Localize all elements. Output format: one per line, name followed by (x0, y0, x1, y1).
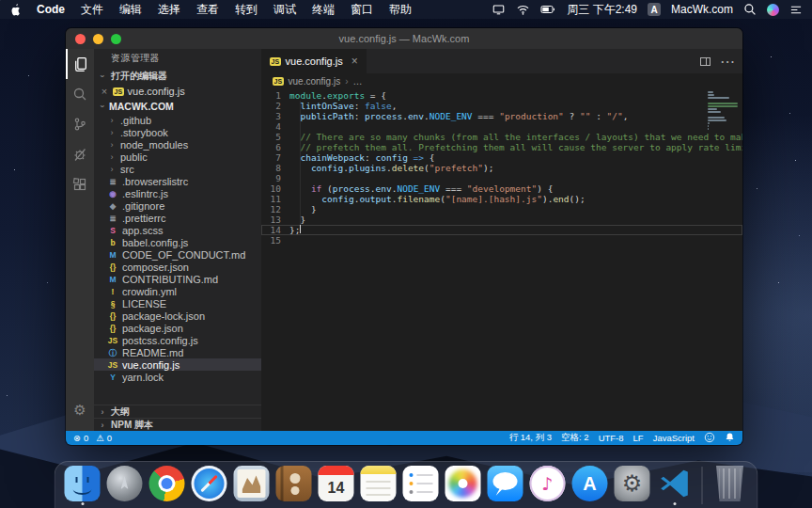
status-item[interactable]: LF (633, 433, 644, 443)
dock-launchpad-icon[interactable] (107, 466, 143, 501)
menu-item-1[interactable]: 文件 (81, 2, 103, 18)
menu-clock[interactable]: 周三 下午2:49 (567, 2, 637, 18)
menu-item-2[interactable]: 编辑 (119, 2, 142, 18)
workspace-root-header[interactable]: › MACWK.COM (94, 99, 261, 114)
open-editors-header[interactable]: › 打开的编辑器 (94, 68, 261, 84)
minimap[interactable] (708, 91, 740, 134)
minimize-window-button[interactable] (93, 34, 103, 44)
file-row-babel.config.js[interactable]: bbabel.config.js (94, 236, 261, 248)
file-row-.prettierrc[interactable]: ≣.prettierrc (94, 212, 261, 224)
search-icon[interactable] (66, 79, 94, 109)
zoom-window-button[interactable] (111, 34, 121, 44)
chevron-right-icon: › (98, 407, 107, 417)
wifi-icon[interactable] (516, 4, 530, 16)
spotlight-search-icon[interactable] (743, 3, 757, 16)
extensions-icon[interactable] (66, 169, 94, 199)
menu-item-8[interactable]: 窗口 (351, 2, 373, 18)
status-item[interactable]: UTF-8 (599, 433, 624, 443)
menu-item-7[interactable]: 终端 (312, 2, 335, 18)
apple-menu-icon[interactable] (9, 3, 22, 17)
menu-item-9[interactable]: 帮助 (389, 2, 412, 18)
explorer-icon[interactable] (66, 49, 94, 79)
input-method-icon[interactable]: A (648, 3, 661, 16)
file-row-LICENSE[interactable]: §LICENSE (94, 297, 261, 310)
open-editor-item[interactable]: × JS vue.config.js (94, 84, 261, 99)
dock-chrome-icon[interactable] (149, 466, 185, 501)
file-type-icon: M (107, 274, 118, 285)
menu-item-3[interactable]: 选择 (158, 2, 180, 18)
folder-row-.storybook[interactable]: ›.storybook (94, 126, 261, 138)
close-window-button[interactable] (75, 34, 86, 44)
status-item[interactable]: 空格: 2 (561, 432, 589, 444)
feedback-smiley-icon[interactable] (704, 432, 715, 445)
dock: 14 (55, 461, 758, 508)
outline-section-header[interactable]: › 大纲 (94, 405, 261, 418)
file-row-app.scss[interactable]: Sapp.scss (94, 224, 261, 236)
source-control-icon[interactable] (66, 109, 94, 139)
debug-icon[interactable] (66, 139, 94, 169)
dock-notes-icon[interactable] (361, 466, 397, 501)
dock-photos-icon[interactable] (445, 466, 481, 501)
menu-bar: Code 文件编辑选择查看转到调试终端窗口帮助 周三 下午2:49 A MacW… (0, 0, 812, 19)
dock-mail-icon[interactable] (234, 466, 270, 501)
split-editor-icon[interactable] (700, 57, 710, 66)
code-editor[interactable]: 1module.exports = {2 lintOnSave: false,3… (261, 88, 742, 431)
manage-gear-icon[interactable]: ⚙ (66, 395, 94, 425)
siri-icon[interactable] (767, 4, 779, 16)
folder-row-src[interactable]: ›src (94, 163, 261, 175)
file-row-vue.config.js[interactable]: JSvue.config.js (94, 358, 261, 371)
file-row-composer.json[interactable]: {}composer.json (94, 261, 261, 273)
file-row-crowdin.yml[interactable]: !crowdin.yml (94, 285, 261, 297)
folder-row-node_modules[interactable]: ›node_modules (94, 138, 261, 151)
display-icon[interactable] (492, 3, 506, 16)
file-row-package-lock.json[interactable]: {}package-lock.json (94, 310, 261, 322)
file-row-CONTRIBUTING.md[interactable]: MCONTRIBUTING.md (94, 273, 261, 285)
file-tree: ›.github›.storybook›node_modules›public›… (94, 114, 261, 383)
file-row-postcss.config.js[interactable]: JSpostcss.config.js (94, 334, 261, 346)
notifications-bell-icon[interactable] (725, 432, 735, 445)
file-row-.browserslistrc[interactable]: ≣.browserslistrc (94, 175, 261, 187)
dock-calendar-icon[interactable]: 14 (319, 466, 354, 501)
breadcrumb[interactable]: JS vue.config.js › … (261, 73, 742, 88)
file-type-icon: ! (107, 286, 118, 297)
problems-warnings[interactable]: ⚠ 0 (96, 433, 112, 443)
file-row-package.json[interactable]: {}package.json (94, 322, 261, 334)
npm-scripts-section-header[interactable]: › NPM 脚本 (94, 418, 261, 431)
dot-placeholder (165, 502, 168, 505)
problems-errors[interactable]: ⊗ 0 (73, 433, 88, 443)
chevron-right-icon: › (107, 128, 117, 137)
file-row-yarn.lock[interactable]: Yyarn.lock (94, 371, 261, 383)
folder-row-public[interactable]: ›public (94, 151, 261, 163)
dock-contacts-icon[interactable] (276, 466, 312, 501)
file-row-CODE_OF_CONDUCT.md[interactable]: MCODE_OF_CONDUCT.md (94, 248, 261, 261)
dock-finder-icon[interactable] (65, 466, 101, 501)
file-row-README.md[interactable]: ⓘREADME.md (94, 346, 261, 358)
menu-item-4[interactable]: 查看 (196, 2, 219, 18)
notification-center-icon[interactable] (789, 4, 803, 16)
dock-messages-icon[interactable] (488, 466, 523, 501)
indent-guide (300, 101, 301, 225)
menu-item-5[interactable]: 转到 (235, 2, 258, 18)
dock-system-preferences-icon[interactable] (615, 466, 650, 501)
more-actions-icon[interactable]: ⋯ (720, 53, 735, 71)
status-item[interactable]: JavaScript (653, 433, 695, 443)
file-row-.eslintrc.js[interactable]: ◉.eslintrc.js (94, 187, 261, 199)
tab-vue-config[interactable]: JS vue.config.js × (261, 49, 367, 73)
close-icon[interactable]: × (100, 86, 109, 97)
menu-brand-label[interactable]: MacWk.com (671, 3, 733, 16)
dock-trash-icon[interactable] (712, 466, 748, 501)
dock-reminders-icon[interactable] (403, 466, 439, 501)
battery-icon[interactable] (540, 4, 556, 15)
menu-item-6[interactable]: 调试 (273, 2, 296, 18)
dock-itunes-icon[interactable] (530, 466, 566, 501)
code-line-6: 6 // prefetch them all. Prefetching them… (261, 142, 742, 152)
dock-safari-icon[interactable] (192, 466, 227, 501)
file-row-.gitignore[interactable]: ◆.gitignore (94, 199, 261, 212)
menu-item-app[interactable]: Code (37, 3, 65, 16)
dock-appstore-icon[interactable] (572, 466, 608, 501)
close-tab-icon[interactable]: × (351, 55, 358, 68)
dock-vscode-icon[interactable] (657, 466, 693, 501)
status-item[interactable]: 行 14, 列 3 (509, 432, 552, 444)
folder-row-.github[interactable]: ›.github (94, 114, 261, 126)
window-titlebar[interactable]: vue.config.js — MacWk.com (66, 28, 742, 49)
